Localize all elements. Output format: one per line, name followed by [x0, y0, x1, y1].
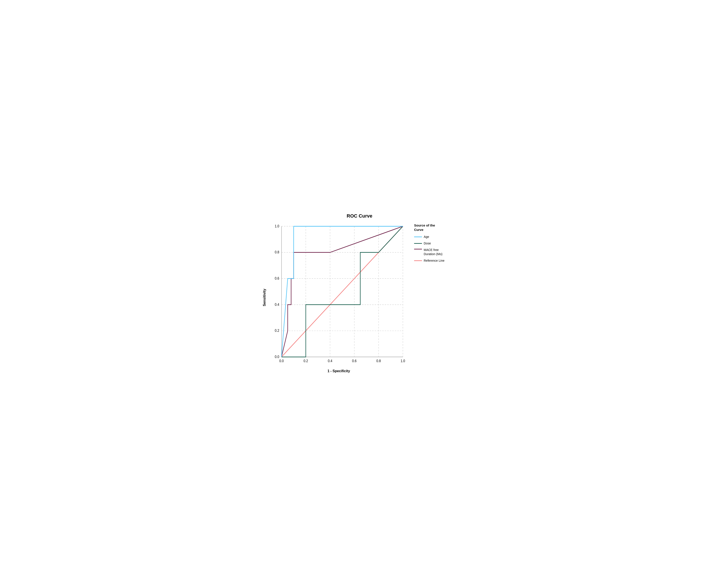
legend-title-text: Source of the Curve	[414, 224, 435, 232]
svg-text:0.8: 0.8	[275, 250, 279, 254]
chart-body: 0.0 0.2 0.4 0.6 0.8 1.0 0.0 0.2 0.4 0.6 …	[268, 221, 458, 374]
chart-container: ROC Curve Sensitivity	[261, 213, 458, 375]
dose-legend-label: Dose	[424, 241, 431, 245]
x-axis-label: 1 - Specificity	[268, 368, 410, 374]
dose-legend-line	[414, 243, 422, 244]
svg-text:0.2: 0.2	[303, 359, 308, 363]
age-legend-label: Age	[424, 235, 429, 239]
svg-text:0.6: 0.6	[352, 359, 357, 363]
legend-item-reference: Reference Line	[414, 259, 456, 262]
plot-wrapper: 0.0 0.2 0.4 0.6 0.8 1.0 0.0 0.2 0.4 0.6 …	[268, 221, 410, 374]
svg-text:0.8: 0.8	[376, 359, 381, 363]
legend-item-mace: MACE free Duration (Mo)	[414, 248, 456, 256]
svg-text:1.0: 1.0	[275, 224, 279, 228]
age-legend-line	[414, 236, 422, 237]
y-axis-label: Sensitivity	[261, 221, 268, 374]
svg-text:0.0: 0.0	[279, 359, 284, 363]
reference-legend-label: Reference Line	[424, 259, 444, 262]
svg-text:0.0: 0.0	[275, 355, 279, 359]
svg-text:0.6: 0.6	[275, 276, 279, 280]
svg-text:1.0: 1.0	[401, 359, 405, 363]
legend-item-age: Age	[414, 235, 456, 239]
chart-area: Sensitivity	[261, 221, 458, 374]
chart-title: ROC Curve	[261, 213, 458, 219]
mace-legend-line	[414, 249, 422, 249]
legend-item-dose: Dose	[414, 241, 456, 245]
plot-and-legend: 0.0 0.2 0.4 0.6 0.8 1.0 0.0 0.2 0.4 0.6 …	[268, 221, 458, 374]
roc-curve-svg: 0.0 0.2 0.4 0.6 0.8 1.0 0.0 0.2 0.4 0.6 …	[268, 221, 410, 368]
mace-legend-label: MACE free Duration (Mo)	[424, 248, 443, 256]
svg-text:0.4: 0.4	[328, 359, 333, 363]
legend: Source of the Curve Age Dose MACE free D…	[410, 221, 458, 374]
legend-title: Source of the Curve	[414, 223, 456, 232]
plot-svg-area: 0.0 0.2 0.4 0.6 0.8 1.0 0.0 0.2 0.4 0.6 …	[268, 221, 410, 368]
reference-legend-line	[414, 260, 422, 261]
svg-text:0.2: 0.2	[275, 329, 279, 332]
svg-text:0.4: 0.4	[275, 302, 279, 307]
